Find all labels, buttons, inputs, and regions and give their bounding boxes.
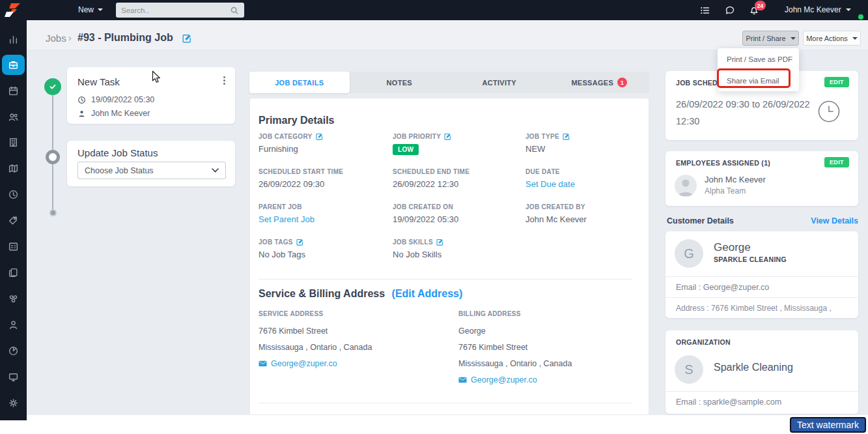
customer-name: George (714, 241, 751, 254)
billing-email-link[interactable]: George@zuper.co (458, 375, 647, 384)
new-menu-button[interactable]: New (78, 5, 103, 14)
menu-item-share-via-email[interactable]: Share via Email (727, 77, 779, 85)
address-line: Mississauga , Ontario , Canada (458, 359, 647, 368)
view-details-link[interactable]: View Details (665, 216, 858, 225)
field-label: DUE DATE (525, 168, 560, 175)
edit-icon[interactable] (316, 133, 323, 140)
calendar-icon[interactable] (8, 85, 19, 96)
messages-count-badge: 1 (617, 78, 627, 87)
monitor-icon[interactable] (8, 371, 19, 383)
set-due-date-link[interactable]: Set Due date (525, 179, 652, 189)
tab-activity[interactable]: ACTIVITY (449, 72, 550, 93)
field-value: 19/09/2022 05:30 (393, 214, 520, 224)
briefcase-icon[interactable] (8, 59, 19, 70)
service-address-block: SERVICE ADDRESS 7676 Kimbel Street Missi… (259, 310, 447, 368)
menu-item-print-save-pdf[interactable]: Print / Save as PDF (727, 55, 792, 63)
field-value: 26/09/2022 09:30 (259, 179, 385, 189)
kebab-menu-icon[interactable] (223, 76, 226, 86)
tab-label: MESSAGES (571, 79, 613, 87)
print-share-label: Print / Share (746, 35, 785, 42)
users-icon[interactable] (8, 111, 19, 123)
card-divider (665, 276, 858, 277)
billing-address-label: BILLING ADDRESS (458, 310, 647, 317)
search-icon[interactable] (230, 6, 239, 15)
print-share-dropdown: Print / Save as PDF Share via Email (718, 48, 799, 91)
employee-avatar (675, 175, 697, 197)
chevron-down-icon (846, 8, 851, 11)
tab-messages[interactable]: MESSAGES 1 (550, 72, 650, 93)
task-title: New Task (77, 76, 120, 87)
tag-icon[interactable] (8, 215, 19, 226)
tab-job-details[interactable]: JOB DETAILS (249, 72, 350, 93)
pie-chart-icon[interactable] (8, 345, 19, 356)
customer-avatar: G (675, 239, 703, 268)
customer-card: G George SPARKLE CLEANING Email : George… (665, 231, 858, 318)
primary-details-heading: Primary Details (259, 115, 335, 126)
field-value: John Mc Keever (525, 214, 652, 224)
section-divider (259, 403, 632, 403)
schedule-range: 26/09/2022 09:30 to 26/09/2022 12:30 (676, 96, 811, 130)
field-job-tags: JOB TAGS No Job Tags (259, 239, 385, 259)
address-heading-text: Service & Billing Address (259, 288, 385, 299)
field-label: JOB SKILLS (393, 239, 433, 246)
field-job-skills: JOB SKILLS No Job Skills (393, 239, 520, 259)
page-title: #93 - Plumbing Job (77, 32, 173, 44)
edit-schedule-button[interactable]: EDIT (824, 77, 849, 87)
priority-badge: LOW (393, 144, 419, 155)
app-window: ACME CORPORATION New 24 John Mc Keever (0, 0, 868, 434)
service-email-link[interactable]: George@zuper.co (259, 359, 447, 368)
field-value: Furnishing (259, 144, 385, 154)
tab-label: ACTIVITY (482, 79, 516, 87)
cubes-icon[interactable] (8, 293, 19, 304)
edit-icon[interactable] (444, 133, 451, 140)
job-status-select[interactable]: Choose Job Status (77, 162, 226, 179)
building-icon[interactable] (8, 137, 19, 148)
task-datetime: 19/09/2022 05:30 (91, 95, 154, 104)
clock-icon[interactable] (8, 189, 19, 200)
task-title: Update Job Status (77, 147, 158, 158)
more-actions-label: More Actions (806, 35, 848, 42)
set-parent-job-link[interactable]: Set Parent Job (259, 214, 385, 224)
edit-icon[interactable] (436, 239, 443, 246)
task-owner-row: John Mc Keever (77, 109, 150, 118)
edit-employees-button[interactable]: EDIT (824, 157, 849, 167)
edit-icon[interactable] (296, 239, 303, 246)
search-input[interactable] (121, 7, 230, 14)
job-status-select-value: Choose Job Status (85, 166, 154, 175)
task-card-new-task: New Task 19/09/2022 05:30 John Mc Keever (67, 67, 235, 124)
bar-chart-icon[interactable] (8, 34, 19, 45)
envelope-icon (259, 360, 267, 367)
customer-address: Address : 7676 Kimbel Street , Mississau… (676, 304, 832, 313)
person-icon[interactable] (8, 319, 19, 330)
billing-address-block: BILLING ADDRESS George 7676 Kimbel Stree… (458, 310, 647, 384)
task-complete-icon (44, 78, 61, 95)
app-logo-icon[interactable] (5, 1, 22, 22)
user-menu[interactable]: John Mc Keever (785, 5, 851, 14)
breadcrumb-separator: › (68, 33, 72, 43)
edit-address-link[interactable]: (Edit Address) (392, 288, 463, 299)
organization-avatar: S (675, 355, 703, 384)
email-text: George@zuper.co (271, 359, 337, 368)
customer-email: Email : George@zuper.co (676, 283, 769, 292)
map-icon[interactable] (8, 163, 19, 174)
edit-title-icon[interactable] (182, 34, 191, 43)
documents-icon[interactable] (8, 267, 19, 278)
gear-icon[interactable] (8, 398, 19, 409)
chevron-down-icon (98, 8, 103, 11)
tab-label: JOB DETAILS (275, 79, 324, 87)
list-icon[interactable] (700, 5, 710, 16)
print-share-button[interactable]: Print / Share (742, 31, 799, 46)
breadcrumb-jobs-link[interactable]: Jobs (46, 33, 66, 44)
tab-notes[interactable]: NOTES (350, 72, 450, 93)
online-status-dot (858, 14, 863, 20)
text-watermark-button[interactable]: Text watermark (790, 417, 866, 433)
edit-icon[interactable] (563, 133, 570, 140)
field-label: JOB CATEGORY (259, 133, 313, 140)
more-actions-button[interactable]: More Actions (803, 31, 861, 46)
task-card-update-status: Update Job Status Choose Job Status (67, 141, 235, 186)
chevron-down-icon (791, 37, 796, 40)
checklist-icon[interactable] (8, 241, 19, 252)
field-label: JOB PRIORITY (393, 133, 441, 140)
field-value: 26/09/2022 12:30 (393, 179, 520, 189)
chat-icon[interactable] (725, 5, 735, 16)
